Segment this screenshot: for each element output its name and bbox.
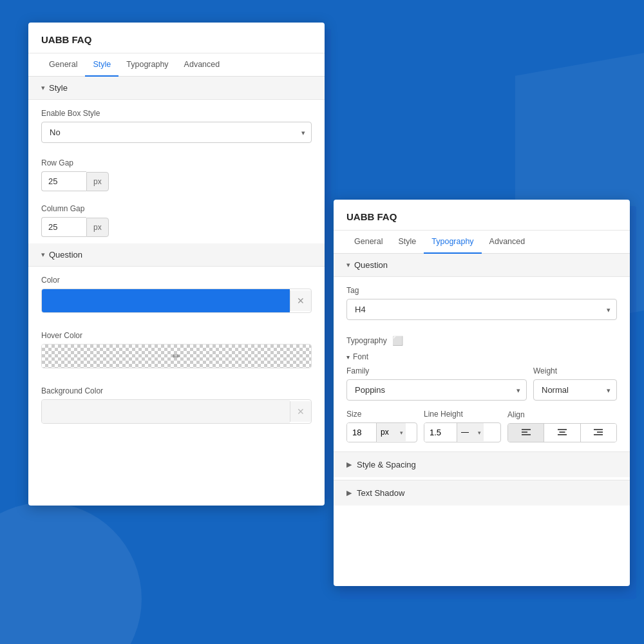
tag-select[interactable]: H1H2H3 H4H5H6 pspan	[346, 299, 617, 320]
lineheight-input-group: —pxem ▾	[424, 422, 501, 442]
panel1-title: UABB FAQ	[28, 23, 325, 53]
weight-col: Weight NormalBold ▾	[533, 366, 617, 401]
tag-wrapper: H1H2H3 H4H5H6 pspan ▾	[346, 299, 617, 320]
enable-box-style-label: Enable Box Style	[41, 109, 312, 118]
svg-rect-4	[558, 429, 567, 430]
panel-typography: UABB FAQ General Style Typography Advanc…	[334, 200, 630, 586]
size-col: Size pxemrem ▾	[346, 410, 417, 442]
hover-color-field[interactable]: ✏	[41, 344, 312, 368]
weight-select[interactable]: NormalBold	[533, 379, 617, 401]
tab-typography[interactable]: Typography	[118, 53, 176, 77]
tab2-advanced[interactable]: Advanced	[482, 231, 533, 254]
tab-general[interactable]: General	[41, 53, 85, 77]
style-section-label: Style	[49, 83, 68, 93]
question-chevron-icon: ▾	[41, 251, 45, 259]
svg-rect-8	[597, 431, 603, 433]
panel2-title: UABB FAQ	[334, 200, 630, 231]
tab-advanced[interactable]: Advanced	[176, 53, 228, 77]
hover-color-label: Hover Color	[41, 331, 312, 340]
pencil-icon: ✏	[173, 351, 180, 361]
align-left-icon	[522, 428, 531, 437]
size-unit-select[interactable]: pxemrem	[377, 423, 406, 441]
svg-rect-6	[558, 434, 567, 435]
style-spacing-header[interactable]: ▶ Style & Spacing	[334, 452, 630, 477]
align-center-button[interactable]	[544, 424, 580, 442]
enable-box-style-select[interactable]: No Yes	[41, 122, 312, 143]
hover-color-swatch[interactable]: ✏	[42, 345, 311, 368]
family-col: Family Poppins ▾	[346, 366, 527, 401]
align-right-button[interactable]	[581, 424, 616, 442]
tab-style[interactable]: Style	[85, 53, 118, 77]
size-row: Size pxemrem ▾ Line Height	[346, 410, 617, 442]
enable-box-style-wrapper: No Yes ▾	[41, 122, 312, 143]
lineheight-unit-select[interactable]: —pxem	[457, 423, 484, 441]
panel2-question-label: Question	[354, 260, 388, 270]
column-gap-input-group: px	[41, 217, 112, 237]
panel2-question-chevron-icon: ▾	[346, 261, 350, 269]
typography-row-label: Typography	[346, 336, 387, 345]
color-field[interactable]: ✕	[41, 289, 312, 313]
style-section-header[interactable]: ▾ Style	[28, 77, 325, 100]
font-chevron-icon: ▾	[346, 354, 350, 361]
family-label: Family	[346, 366, 527, 375]
size-input[interactable]	[347, 423, 376, 442]
color-label: Color	[41, 276, 312, 285]
align-label: Align	[507, 410, 617, 419]
tab2-general[interactable]: General	[346, 231, 390, 254]
svg-rect-5	[559, 431, 565, 433]
color-swatch[interactable]	[42, 289, 290, 312]
lineheight-input[interactable]	[424, 423, 457, 442]
family-weight-row: Family Poppins ▾ Weight NormalBold ▾	[346, 366, 617, 401]
tag-group: Tag H1H2H3 H4H5H6 pspan ▾	[334, 277, 630, 329]
svg-rect-9	[594, 434, 603, 435]
column-gap-input[interactable]	[41, 217, 86, 237]
hover-color-group: Hover Color ✏	[28, 322, 325, 377]
column-gap-unit: px	[86, 218, 109, 237]
panel2-question-header[interactable]: ▾ Question	[334, 254, 630, 277]
text-shadow-header[interactable]: ▶ Text Shadow	[334, 480, 630, 506]
font-section: ▾ Font Family Poppins ▾ Weight NormalBol…	[334, 352, 630, 449]
row-gap-input-group: px	[41, 171, 112, 191]
color-group: Color ✕	[28, 267, 325, 322]
row-gap-input[interactable]	[41, 171, 86, 191]
align-right-icon	[594, 428, 603, 437]
font-subsection-label: ▾ Font	[346, 352, 617, 361]
svg-rect-1	[522, 431, 527, 433]
align-col: Align	[507, 410, 617, 442]
svg-rect-2	[522, 434, 531, 435]
tab2-typography[interactable]: Typography	[424, 231, 481, 254]
align-center-icon	[558, 428, 567, 437]
size-input-group: pxemrem ▾	[346, 422, 417, 442]
style-spacing-section: ▶ Style & Spacing	[334, 451, 630, 477]
question-section-label: Question	[49, 250, 82, 260]
weight-wrapper: NormalBold ▾	[533, 379, 617, 401]
text-shadow-section: ▶ Text Shadow	[334, 480, 630, 506]
lineheight-unit-wrapper: —pxem ▾	[457, 423, 484, 442]
tag-label: Tag	[346, 286, 617, 295]
style-chevron-icon: ▾	[41, 84, 45, 92]
style-spacing-title: Style & Spacing	[357, 460, 416, 469]
row-gap-unit: px	[86, 172, 109, 191]
row-gap-group: Row Gap px	[28, 152, 325, 198]
text-shadow-chevron-icon: ▶	[346, 489, 352, 497]
background-color-field[interactable]: ✕	[41, 399, 312, 424]
question-section-header[interactable]: ▾ Question	[28, 243, 325, 267]
align-left-button[interactable]	[508, 424, 544, 442]
enable-box-style-group: Enable Box Style No Yes ▾	[28, 100, 325, 152]
background-color-clear-icon[interactable]: ✕	[290, 401, 311, 422]
size-label: Size	[346, 410, 417, 419]
column-gap-label: Column Gap	[41, 204, 312, 213]
tab2-style[interactable]: Style	[390, 231, 424, 254]
panel2-tabs: General Style Typography Advanced	[334, 231, 630, 254]
background-color-swatch[interactable]	[42, 400, 290, 423]
panel1-tabs: General Style Typography Advanced	[28, 53, 325, 77]
weight-label: Weight	[533, 366, 617, 375]
lineheight-col: Line Height —pxem ▾	[424, 410, 501, 442]
monitor-icon: ⬜	[392, 336, 403, 346]
color-clear-icon[interactable]: ✕	[290, 290, 311, 311]
panel-style: UABB FAQ General Style Typography Advanc…	[28, 23, 325, 506]
family-select[interactable]: Poppins	[346, 379, 527, 401]
size-unit-wrapper: pxemrem ▾	[376, 423, 406, 442]
align-buttons	[507, 423, 617, 442]
svg-rect-0	[522, 429, 531, 430]
